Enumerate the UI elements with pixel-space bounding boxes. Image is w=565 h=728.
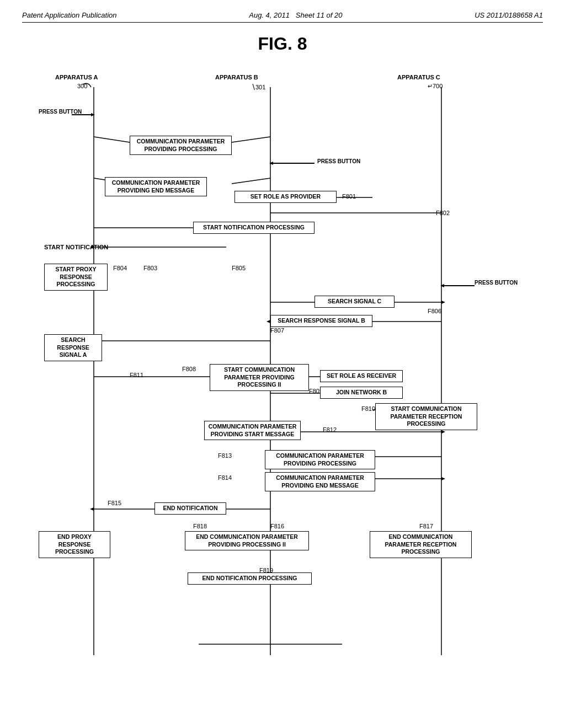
search-response-a-box: SEARCH RESPONSE SIGNAL A xyxy=(44,334,102,361)
end-proxy-response-box: END PROXY RESPONSE PROCESSING xyxy=(39,531,110,558)
f810-label: F810 xyxy=(361,405,375,412)
svg-marker-22 xyxy=(266,320,270,323)
start-comm-param-reception-box: START COMMUNICATION PARAMETER RECEPTION … xyxy=(375,403,477,430)
end-comm-param-reception-box: END COMMUNICATION PARAMETER RECEPTION PR… xyxy=(370,531,472,558)
diagram: APPARATUS A 300 APPARATUS B ∖301 APPARAT… xyxy=(22,71,519,677)
svg-marker-20 xyxy=(440,284,444,287)
f805-label: F805 xyxy=(232,265,246,271)
f812-label: F812 xyxy=(323,426,337,433)
svg-marker-8 xyxy=(269,162,273,165)
end-notification-processing-box: END NOTIFICATION PROCESSING xyxy=(188,572,312,585)
f803-label: F803 xyxy=(143,265,157,271)
svg-marker-18 xyxy=(441,301,445,304)
apparatus-b-ref-num: ∖301 xyxy=(251,83,265,91)
svg-marker-33 xyxy=(441,477,445,480)
f807-label: F807 xyxy=(270,327,284,334)
header-center: Aug. 4, 2011 Sheet 11 of 20 xyxy=(249,11,342,19)
apparatus-a-ref xyxy=(52,82,97,94)
comm-param-end-msg-box: COMMUNICATION PARAMETER PROVIDING END ME… xyxy=(105,177,207,196)
svg-marker-30 xyxy=(441,430,445,433)
f808-label: F808 xyxy=(182,366,196,372)
f813-label: F813 xyxy=(218,452,232,459)
start-notification-processing-box: START NOTIFICATION PROCESSING xyxy=(193,222,315,234)
end-comm-param-providing-ii-box: END COMMUNICATION PARAMETER PROVIDING PR… xyxy=(185,531,309,550)
f806-label: F806 xyxy=(428,308,441,314)
set-role-provider-box: SET ROLE AS PROVIDER xyxy=(234,191,337,203)
apparatus-b-label: APPARATUS B xyxy=(215,73,258,81)
f804-label: F804 xyxy=(113,265,127,271)
header: Patent Application Publication Aug. 4, 2… xyxy=(22,11,543,23)
f801-label: F801 xyxy=(342,193,356,200)
f802-label: F802 xyxy=(436,210,450,216)
comm-param-start-msg-box: COMMUNICATION PARAMETER PROVIDING START … xyxy=(204,421,301,440)
apparatus-c-label: APPARATUS C xyxy=(397,73,440,81)
f811-label: F811 xyxy=(130,372,143,378)
start-comm-param-providing-ii-box: START COMMUNICATION PARAMETER PROVIDING … xyxy=(210,364,309,391)
svg-line-6 xyxy=(232,137,270,142)
press-button-a: PRESS BUTTON xyxy=(39,108,82,115)
svg-marker-4 xyxy=(91,113,95,116)
svg-marker-35 xyxy=(90,507,94,511)
f818-label: F818 xyxy=(193,523,207,529)
end-notification-box: END NOTIFICATION xyxy=(154,502,226,515)
search-signal-c-box: SEARCH SIGNAL C xyxy=(315,296,395,308)
comm-param-providing-proc-box: COMMUNICATION PARAMETER PROVIDING PROCES… xyxy=(265,450,375,469)
f817-label: F817 xyxy=(419,523,433,529)
svg-line-10 xyxy=(232,178,270,184)
comm-param-providing-box: COMMUNICATION PARAMETER PROVIDING PROCES… xyxy=(130,136,232,155)
page: Patent Application Publication Aug. 4, 2… xyxy=(0,0,565,728)
search-response-b-box: SEARCH RESPONSE SIGNAL B xyxy=(270,315,372,327)
apparatus-c-ref-num: ↵700 xyxy=(428,83,443,90)
apparatus-a-ref-num: 300 xyxy=(77,83,87,89)
figure-title: FIG. 8 xyxy=(22,34,543,54)
comm-param-end-msg2-box: COMMUNICATION PARAMETER PROVIDING END ME… xyxy=(265,472,375,491)
apparatus-a-label: APPARATUS A xyxy=(55,73,98,81)
press-button-b1: PRESS BUTTON xyxy=(317,158,360,165)
f815-label: F815 xyxy=(108,500,121,506)
f816-label: F816 xyxy=(270,523,284,529)
f814-label: F814 xyxy=(218,474,232,481)
start-proxy-response-box: START PROXY RESPONSE PROCESSING xyxy=(44,264,108,291)
header-left: Patent Application Publication xyxy=(22,11,117,19)
join-network-b-box: JOIN NETWORK B xyxy=(320,387,403,399)
header-right: US 2011/0188658 A1 xyxy=(475,11,543,19)
set-role-receiver-box: SET ROLE AS RECEIVER xyxy=(320,370,403,382)
press-button-c: PRESS BUTTON xyxy=(475,279,518,286)
svg-line-5 xyxy=(94,137,130,142)
start-notification-label: START NOTIFICATION xyxy=(44,243,108,251)
